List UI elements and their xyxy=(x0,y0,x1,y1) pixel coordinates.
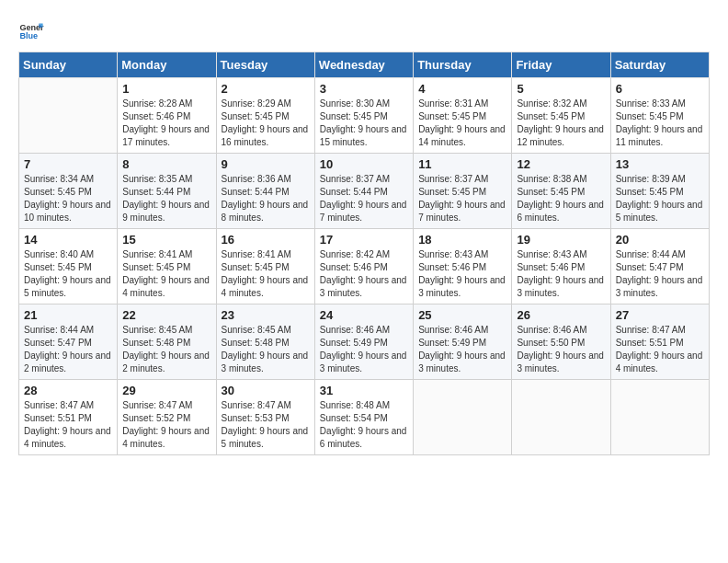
day-info: Sunrise: 8:31 AMSunset: 5:45 PMDaylight:… xyxy=(418,98,506,149)
header-day-friday: Friday xyxy=(512,52,610,78)
day-number: 29 xyxy=(122,384,210,397)
calendar-cell: 12Sunrise: 8:38 AMSunset: 5:45 PMDayligh… xyxy=(512,154,610,229)
calendar-cell: 6Sunrise: 8:33 AMSunset: 5:45 PMDaylight… xyxy=(610,78,709,154)
day-info: Sunrise: 8:36 AMSunset: 5:44 PMDaylight:… xyxy=(222,173,310,224)
calendar-cell: 4Sunrise: 8:31 AMSunset: 5:45 PMDaylight… xyxy=(414,78,512,154)
calendar-cell: 19Sunrise: 8:43 AMSunset: 5:46 PMDayligh… xyxy=(512,229,610,304)
day-info: Sunrise: 8:29 AMSunset: 5:45 PMDaylight:… xyxy=(222,98,310,149)
day-info: Sunrise: 8:35 AMSunset: 5:44 PMDaylight:… xyxy=(122,173,210,224)
logo: General Blue xyxy=(18,18,44,44)
day-info: Sunrise: 8:38 AMSunset: 5:45 PMDaylight:… xyxy=(517,173,605,224)
day-info: Sunrise: 8:28 AMSunset: 5:46 PMDaylight:… xyxy=(122,98,210,149)
day-info: Sunrise: 8:41 AMSunset: 5:45 PMDaylight:… xyxy=(122,248,210,300)
day-number: 10 xyxy=(320,157,408,171)
header-day-monday: Monday xyxy=(118,52,216,78)
calendar-header-row: SundayMondayTuesdayWednesdayThursdayFrid… xyxy=(19,52,710,78)
calendar-table: SundayMondayTuesdayWednesdayThursdayFrid… xyxy=(18,52,710,455)
calendar-cell: 22Sunrise: 8:45 AMSunset: 5:48 PMDayligh… xyxy=(118,304,216,380)
day-info: Sunrise: 8:34 AMSunset: 5:45 PMDaylight:… xyxy=(24,173,112,224)
day-info: Sunrise: 8:44 AMSunset: 5:47 PMDaylight:… xyxy=(24,324,112,375)
calendar-cell xyxy=(610,380,709,455)
day-number: 23 xyxy=(222,308,310,322)
calendar-cell: 11Sunrise: 8:37 AMSunset: 5:45 PMDayligh… xyxy=(414,154,512,229)
calendar-week-row: 21Sunrise: 8:44 AMSunset: 5:47 PMDayligh… xyxy=(19,304,710,380)
day-number: 6 xyxy=(616,82,704,96)
calendar-cell: 25Sunrise: 8:46 AMSunset: 5:49 PMDayligh… xyxy=(414,304,512,380)
day-number: 24 xyxy=(320,308,408,322)
day-number: 1 xyxy=(122,82,210,96)
calendar-cell xyxy=(414,380,512,455)
day-number: 25 xyxy=(418,308,506,322)
day-number: 20 xyxy=(616,233,704,247)
calendar-cell: 29Sunrise: 8:47 AMSunset: 5:52 PMDayligh… xyxy=(118,380,216,455)
day-number: 11 xyxy=(418,157,506,171)
day-number: 13 xyxy=(616,157,704,171)
svg-text:Blue: Blue xyxy=(19,31,38,40)
day-number: 18 xyxy=(418,233,506,247)
day-number: 31 xyxy=(320,384,408,397)
day-number: 27 xyxy=(616,308,704,322)
calendar-cell: 21Sunrise: 8:44 AMSunset: 5:47 PMDayligh… xyxy=(19,304,118,380)
calendar-cell: 20Sunrise: 8:44 AMSunset: 5:47 PMDayligh… xyxy=(610,229,709,304)
day-info: Sunrise: 8:45 AMSunset: 5:48 PMDaylight:… xyxy=(122,324,210,375)
calendar-cell: 9Sunrise: 8:36 AMSunset: 5:44 PMDaylight… xyxy=(216,154,314,229)
calendar-cell: 2Sunrise: 8:29 AMSunset: 5:45 PMDaylight… xyxy=(216,78,314,154)
calendar-cell: 30Sunrise: 8:47 AMSunset: 5:53 PMDayligh… xyxy=(216,380,314,455)
calendar-cell: 23Sunrise: 8:45 AMSunset: 5:48 PMDayligh… xyxy=(216,304,314,380)
day-number: 5 xyxy=(517,82,605,96)
day-info: Sunrise: 8:45 AMSunset: 5:48 PMDaylight:… xyxy=(222,324,310,375)
header-day-wednesday: Wednesday xyxy=(314,52,413,78)
calendar-week-row: 14Sunrise: 8:40 AMSunset: 5:45 PMDayligh… xyxy=(19,229,710,304)
day-number: 7 xyxy=(24,157,112,171)
day-info: Sunrise: 8:37 AMSunset: 5:44 PMDaylight:… xyxy=(320,173,408,224)
calendar-cell: 28Sunrise: 8:47 AMSunset: 5:51 PMDayligh… xyxy=(19,380,118,455)
day-number: 17 xyxy=(320,233,408,247)
day-info: Sunrise: 8:40 AMSunset: 5:45 PMDaylight:… xyxy=(24,248,112,300)
calendar-cell: 17Sunrise: 8:42 AMSunset: 5:46 PMDayligh… xyxy=(314,229,413,304)
day-number: 26 xyxy=(517,308,605,322)
day-number: 8 xyxy=(122,157,210,171)
calendar-cell: 31Sunrise: 8:48 AMSunset: 5:54 PMDayligh… xyxy=(314,380,413,455)
day-info: Sunrise: 8:43 AMSunset: 5:46 PMDaylight:… xyxy=(517,248,605,300)
day-info: Sunrise: 8:46 AMSunset: 5:49 PMDaylight:… xyxy=(320,324,408,375)
day-info: Sunrise: 8:47 AMSunset: 5:53 PMDaylight:… xyxy=(222,399,310,451)
day-info: Sunrise: 8:30 AMSunset: 5:45 PMDaylight:… xyxy=(320,98,408,149)
calendar-cell: 16Sunrise: 8:41 AMSunset: 5:45 PMDayligh… xyxy=(216,229,314,304)
day-info: Sunrise: 8:37 AMSunset: 5:45 PMDaylight:… xyxy=(418,173,506,224)
calendar-week-row: 28Sunrise: 8:47 AMSunset: 5:51 PMDayligh… xyxy=(19,380,710,455)
calendar-cell: 14Sunrise: 8:40 AMSunset: 5:45 PMDayligh… xyxy=(19,229,118,304)
day-info: Sunrise: 8:39 AMSunset: 5:45 PMDaylight:… xyxy=(616,173,704,224)
day-info: Sunrise: 8:41 AMSunset: 5:45 PMDaylight:… xyxy=(222,248,310,300)
calendar-cell xyxy=(512,380,610,455)
day-info: Sunrise: 8:44 AMSunset: 5:47 PMDaylight:… xyxy=(616,248,704,300)
day-number: 9 xyxy=(222,157,310,171)
calendar-cell: 18Sunrise: 8:43 AMSunset: 5:46 PMDayligh… xyxy=(414,229,512,304)
day-info: Sunrise: 8:47 AMSunset: 5:51 PMDaylight:… xyxy=(616,324,704,375)
day-number: 28 xyxy=(24,384,112,397)
day-info: Sunrise: 8:47 AMSunset: 5:52 PMDaylight:… xyxy=(122,399,210,451)
day-number: 3 xyxy=(320,82,408,96)
day-info: Sunrise: 8:47 AMSunset: 5:51 PMDaylight:… xyxy=(24,399,112,451)
calendar-cell: 8Sunrise: 8:35 AMSunset: 5:44 PMDaylight… xyxy=(118,154,216,229)
day-number: 21 xyxy=(24,308,112,322)
calendar-cell: 24Sunrise: 8:46 AMSunset: 5:49 PMDayligh… xyxy=(314,304,413,380)
day-info: Sunrise: 8:48 AMSunset: 5:54 PMDaylight:… xyxy=(320,399,408,451)
day-number: 4 xyxy=(418,82,506,96)
calendar-cell: 10Sunrise: 8:37 AMSunset: 5:44 PMDayligh… xyxy=(314,154,413,229)
calendar-cell: 26Sunrise: 8:46 AMSunset: 5:50 PMDayligh… xyxy=(512,304,610,380)
calendar-cell: 1Sunrise: 8:28 AMSunset: 5:46 PMDaylight… xyxy=(118,78,216,154)
logo-icon: General Blue xyxy=(18,18,44,44)
header-day-saturday: Saturday xyxy=(610,52,709,78)
calendar-cell: 3Sunrise: 8:30 AMSunset: 5:45 PMDaylight… xyxy=(314,78,413,154)
calendar-week-row: 7Sunrise: 8:34 AMSunset: 5:45 PMDaylight… xyxy=(19,154,710,229)
day-number: 2 xyxy=(222,82,310,96)
day-number: 14 xyxy=(24,233,112,247)
day-number: 30 xyxy=(222,384,310,397)
header-day-tuesday: Tuesday xyxy=(216,52,314,78)
day-number: 22 xyxy=(122,308,210,322)
calendar-cell: 27Sunrise: 8:47 AMSunset: 5:51 PMDayligh… xyxy=(610,304,709,380)
day-info: Sunrise: 8:42 AMSunset: 5:46 PMDaylight:… xyxy=(320,248,408,300)
day-info: Sunrise: 8:32 AMSunset: 5:45 PMDaylight:… xyxy=(517,98,605,149)
day-info: Sunrise: 8:46 AMSunset: 5:49 PMDaylight:… xyxy=(418,324,506,375)
calendar-cell xyxy=(19,78,118,154)
